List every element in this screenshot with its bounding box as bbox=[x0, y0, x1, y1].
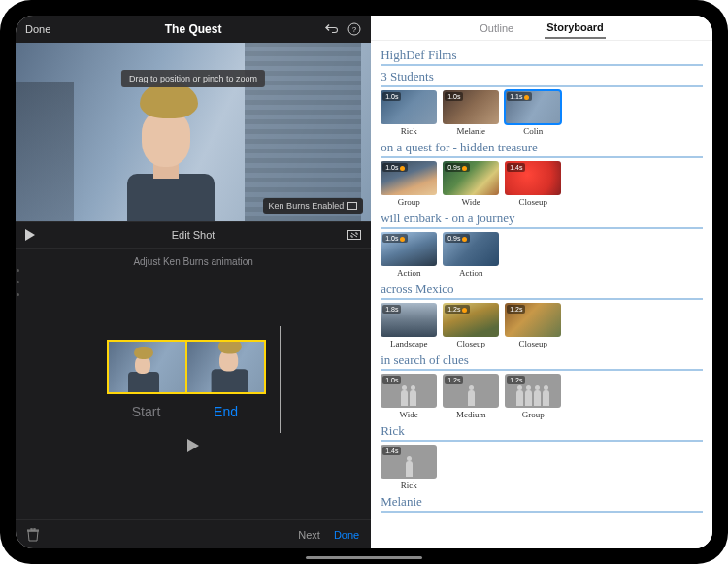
clip-duration: 1.0s bbox=[445, 92, 463, 101]
clip[interactable]: 1.0sRick bbox=[381, 90, 437, 136]
kenburns-editor: Start End bbox=[16, 269, 371, 519]
clip-label: Closeup bbox=[518, 197, 547, 207]
clip[interactable]: 1.2sCloseup bbox=[443, 303, 499, 348]
clip-duration: 1.0s bbox=[382, 163, 408, 172]
clip[interactable]: 1.0sMelanie bbox=[443, 90, 499, 136]
clip-label: Closeup bbox=[456, 339, 485, 348]
clip-label: Rick bbox=[401, 481, 417, 490]
playhead-line[interactable] bbox=[280, 326, 281, 433]
section-title[interactable]: on a quest for - hidden treasure bbox=[381, 140, 703, 158]
clip-thumbnail[interactable]: 1.0s bbox=[381, 374, 437, 408]
clip[interactable]: 1.0sWide bbox=[381, 374, 437, 419]
edit-shot-label: Edit Shot bbox=[172, 229, 215, 241]
clip-thumbnail[interactable]: 1.0s bbox=[381, 90, 437, 124]
kenburns-badge: Ken Burns Enabled bbox=[263, 198, 364, 214]
section-title[interactable]: will embark - on a journey bbox=[381, 211, 703, 229]
clip-thumbnail[interactable]: 1.1s bbox=[505, 90, 561, 124]
clip-row: 1.0sWide1.2sMedium1.2sGroup bbox=[381, 374, 703, 419]
screen: Done The Quest ? Drag to position or pin… bbox=[16, 16, 712, 548]
done-edit-button[interactable]: Done bbox=[334, 529, 359, 541]
clip-thumbnail[interactable]: 1.2s bbox=[505, 374, 561, 408]
clip-label: Landscape bbox=[390, 339, 427, 348]
clip-row: 1.0sRick1.0sMelanie1.1sColin bbox=[381, 90, 703, 136]
clip-label: Medium bbox=[456, 410, 486, 419]
clip-thumbnail[interactable]: 1.4s bbox=[381, 445, 437, 479]
clip-label: Group bbox=[398, 197, 420, 207]
clip-label: Closeup bbox=[518, 339, 547, 348]
clip-duration: 1.1s bbox=[507, 92, 532, 101]
storyboard-pane: Outline Storyboard HighDef Films3 Studen… bbox=[371, 16, 712, 548]
clip-thumbnail[interactable]: 1.2s bbox=[505, 303, 561, 337]
clip-duration: 0.9s bbox=[445, 163, 470, 172]
end-label[interactable]: End bbox=[214, 404, 238, 419]
clip-label: Wide bbox=[462, 197, 480, 207]
clip[interactable]: 0.9sWide bbox=[443, 161, 499, 207]
split-handle[interactable] bbox=[17, 269, 19, 296]
clip-duration: 1.0s bbox=[382, 234, 408, 243]
kenburns-crop-icon bbox=[347, 202, 357, 210]
view-tabs: Outline Storyboard bbox=[371, 16, 712, 41]
help-icon[interactable]: ? bbox=[347, 22, 361, 36]
clip[interactable]: 1.2sCloseup bbox=[505, 303, 561, 348]
home-indicator[interactable] bbox=[306, 556, 422, 559]
tab-outline[interactable]: Outline bbox=[478, 18, 515, 38]
clip-duration: 1.4s bbox=[507, 163, 525, 172]
clip[interactable]: 0.9sAction bbox=[443, 232, 499, 278]
clip-thumbnail[interactable]: 1.2s bbox=[443, 374, 499, 408]
clip-duration: 1.8s bbox=[382, 305, 401, 314]
clip-thumbnail[interactable]: 1.0s bbox=[443, 90, 499, 124]
play-icon[interactable] bbox=[25, 229, 35, 241]
clip-row: 1.8sLandscape1.2sCloseup1.2sCloseup bbox=[381, 303, 703, 348]
clip-thumbnail[interactable]: 1.2s bbox=[443, 303, 499, 337]
clip-thumbnail[interactable]: 1.8s bbox=[381, 303, 437, 337]
clip-label: Action bbox=[459, 268, 483, 278]
clip-row: 1.0sGroup0.9sWide1.4sCloseup bbox=[381, 161, 703, 207]
clip-label: Wide bbox=[400, 410, 418, 419]
section-title[interactable]: Rick bbox=[381, 423, 703, 442]
clip-thumbnail[interactable]: 0.9s bbox=[443, 161, 499, 195]
kenburns-end-frame[interactable] bbox=[186, 340, 266, 394]
preview-viewport[interactable]: Drag to position or pinch to zoom Ken Bu… bbox=[16, 43, 371, 221]
section-title[interactable]: Melanie bbox=[381, 494, 703, 513]
edit-toolbar: Edit Shot bbox=[16, 221, 371, 249]
fullscreen-icon[interactable] bbox=[347, 230, 361, 240]
section-title[interactable]: in search of clues bbox=[381, 352, 703, 371]
clip-thumbnail[interactable]: 1.0s bbox=[381, 161, 437, 195]
section-title[interactable]: HighDef Films bbox=[381, 48, 703, 66]
clip-thumbnail[interactable]: 1.4s bbox=[505, 161, 561, 195]
start-label[interactable]: Start bbox=[132, 404, 161, 419]
clip-duration: 1.0s bbox=[382, 92, 401, 101]
kenburns-subtitle: Adjust Ken Burns animation bbox=[16, 249, 371, 269]
clip-duration: 0.9s bbox=[445, 234, 470, 243]
done-button[interactable]: Done bbox=[25, 23, 50, 35]
kenburns-start-frame[interactable] bbox=[107, 340, 186, 394]
clip[interactable]: 1.2sGroup bbox=[505, 374, 561, 419]
clip-label: Rick bbox=[401, 126, 417, 136]
next-button[interactable]: Next bbox=[298, 529, 320, 541]
clip-thumbnail[interactable]: 0.9s bbox=[443, 232, 499, 266]
clip[interactable]: 1.8sLandscape bbox=[381, 303, 437, 348]
editor-topbar: Done The Quest ? bbox=[16, 16, 371, 43]
clip-thumbnail[interactable]: 1.0s bbox=[381, 232, 437, 266]
clip-label: Colin bbox=[523, 126, 543, 136]
clip[interactable]: 1.1sColin bbox=[505, 90, 561, 136]
clip[interactable]: 1.4sRick bbox=[381, 445, 437, 490]
clip[interactable]: 1.0sAction bbox=[381, 232, 437, 278]
clip-label: Action bbox=[397, 268, 421, 278]
clip-label: Group bbox=[522, 410, 545, 419]
editor-bottombar: Next Done bbox=[16, 519, 371, 548]
editor-pane: Done The Quest ? Drag to position or pin… bbox=[16, 16, 371, 548]
tab-storyboard[interactable]: Storyboard bbox=[545, 17, 606, 39]
section-title[interactable]: 3 Students bbox=[381, 69, 703, 87]
clip[interactable]: 1.4sCloseup bbox=[505, 161, 561, 207]
undo-icon[interactable] bbox=[324, 23, 338, 35]
storyboard-scroll[interactable]: HighDef Films3 Students1.0sRick1.0sMelan… bbox=[371, 41, 712, 548]
zoom-tooltip: Drag to position or pinch to zoom bbox=[121, 70, 265, 87]
section-title[interactable]: across Mexico bbox=[381, 282, 703, 300]
clip-duration: 1.2s bbox=[507, 305, 525, 314]
clip[interactable]: 1.0sGroup bbox=[381, 161, 437, 207]
trash-icon[interactable] bbox=[27, 528, 39, 542]
clip[interactable]: 1.2sMedium bbox=[443, 374, 499, 419]
clip-row: 1.0sAction0.9sAction bbox=[381, 232, 703, 278]
play-kenburns-icon[interactable] bbox=[187, 439, 199, 452]
